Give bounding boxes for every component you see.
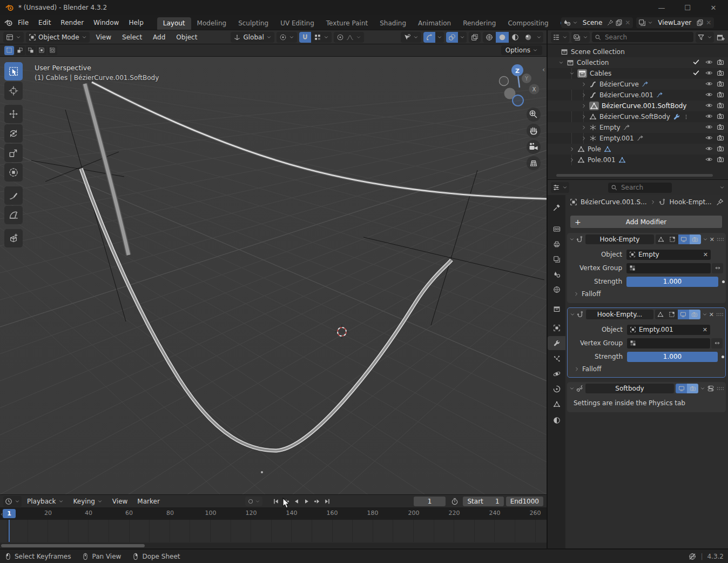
modifier-extras-button[interactable]	[703, 237, 708, 242]
outliner-editor-type-button[interactable]	[551, 32, 569, 43]
properties-search-input[interactable]	[608, 183, 672, 193]
edit-mode-toggle[interactable]	[656, 234, 667, 244]
copy-view-layer-icon[interactable]	[696, 19, 704, 26]
vertex-group-field[interactable]	[626, 263, 711, 273]
outliner-display-mode-button[interactable]	[571, 32, 590, 43]
render-visibility-toggle[interactable]	[717, 112, 724, 122]
stopwatch-icon[interactable]	[451, 498, 459, 505]
hide-eye-toggle[interactable]	[705, 91, 713, 100]
on-cage-toggle[interactable]	[666, 310, 678, 319]
outliner-row-pole-001[interactable]: Pole.001	[548, 155, 728, 165]
clear-object-icon[interactable]: ✕	[703, 326, 707, 333]
auto-keying-toggle[interactable]	[247, 498, 254, 505]
invert-vertex-group-button[interactable]	[712, 263, 723, 273]
camera-view-button[interactable]	[527, 140, 541, 154]
tab-physics[interactable]	[548, 367, 565, 381]
tool-rotate[interactable]	[4, 124, 23, 143]
tool-add-cube[interactable]	[4, 229, 23, 247]
hide-eye-toggle[interactable]	[705, 102, 713, 111]
drag-handle-icon[interactable]	[716, 385, 724, 392]
outliner-row-beziercurve-001-softbody[interactable]: BézierCurve.001.SoftBody	[548, 100, 728, 111]
hook-object-field[interactable]: Empty.001 ✕	[627, 325, 710, 335]
pin-icon[interactable]	[716, 198, 724, 206]
overlays-options-button[interactable]	[458, 32, 467, 43]
shading-material-button[interactable]	[509, 32, 522, 43]
tab-uv-editing[interactable]: UV Editing	[274, 17, 320, 30]
render-visibility-toggle[interactable]	[717, 145, 724, 154]
modifier-delete-button[interactable]: ✕	[710, 236, 714, 243]
frame-start-field[interactable]: Start 1	[463, 497, 503, 506]
timeline-scrollbar-thumb[interactable]	[1, 544, 145, 547]
tab-modifiers[interactable]	[548, 336, 565, 350]
shading-rendered-button[interactable]	[522, 32, 535, 43]
modifier-extras-button[interactable]	[702, 312, 707, 317]
snap-toggle[interactable]	[299, 32, 311, 43]
animate-dot[interactable]	[722, 280, 725, 283]
menu-view[interactable]: View	[92, 32, 116, 43]
sidebar-collapse-arrow[interactable]: ‹	[542, 65, 545, 73]
physics-properties-button[interactable]	[707, 385, 714, 392]
timeline-ruler[interactable]: 20 40 60 80 100 120 140 160 180 200 220 …	[0, 507, 547, 520]
drag-handle-icon[interactable]	[716, 311, 723, 318]
playhead-line[interactable]	[9, 520, 10, 542]
hide-eye-toggle[interactable]	[705, 156, 713, 165]
tab-render[interactable]	[548, 222, 565, 236]
xray-toggle[interactable]	[469, 32, 481, 43]
tab-particles[interactable]	[548, 352, 565, 366]
vertex-group-field[interactable]	[627, 338, 710, 348]
play-button[interactable]	[302, 497, 312, 506]
modifier-delete-button[interactable]: ✕	[709, 311, 714, 318]
proportional-edit-button[interactable]	[334, 32, 364, 43]
menu-select[interactable]: Select	[118, 32, 146, 43]
orthographic-toggle-button[interactable]	[527, 156, 541, 170]
menu-edit[interactable]: Edit	[33, 17, 56, 29]
frame-end-field[interactable]: End 1000	[506, 497, 543, 506]
tab-material[interactable]	[548, 413, 565, 427]
jump-to-end-button[interactable]	[322, 497, 333, 506]
minimize-button[interactable]: —	[652, 4, 671, 12]
zoom-button[interactable]	[527, 108, 541, 122]
play-reverse-button[interactable]	[292, 497, 302, 506]
tab-collection[interactable]	[548, 302, 565, 316]
modifier-name-field[interactable]: Softbody	[585, 384, 674, 393]
invert-vertex-group-button[interactable]	[711, 338, 723, 348]
collapse-icon[interactable]	[569, 237, 575, 242]
animate-dot[interactable]	[722, 356, 724, 358]
falloff-section-header[interactable]: Falloff	[574, 365, 601, 373]
editor-type-button[interactable]	[3, 32, 24, 43]
tool-move[interactable]	[4, 105, 23, 123]
render-display-toggle[interactable]	[687, 384, 698, 393]
show-overlays-toggle[interactable]	[446, 32, 458, 43]
mode-selector[interactable]: Object Mode	[26, 32, 90, 43]
expand-icon[interactable]	[581, 136, 587, 141]
menu-marker[interactable]: Marker	[133, 496, 164, 507]
tab-geometry-nodes[interactable]: Geometry No	[555, 17, 561, 30]
tool-transform[interactable]	[4, 163, 23, 182]
outliner-row-empty-001[interactable]: Empty.001	[548, 133, 728, 144]
render-visibility-toggle[interactable]	[717, 80, 724, 89]
gizmo-options-button[interactable]	[435, 32, 444, 43]
render-visibility-toggle[interactable]	[717, 102, 724, 111]
expand-icon[interactable]	[581, 103, 587, 109]
outliner-row-pole[interactable]: Pole	[548, 144, 728, 155]
breadcrumb-modifier[interactable]: Hook-Empt...	[670, 198, 712, 206]
menu-object[interactable]: Object	[172, 32, 201, 43]
tab-layout[interactable]: Layout	[157, 17, 191, 30]
hide-eye-toggle[interactable]	[705, 58, 713, 68]
close-button[interactable]: ✕	[704, 4, 723, 12]
menu-file[interactable]: File	[13, 17, 33, 29]
render-visibility-toggle[interactable]	[717, 123, 724, 132]
breadcrumb-object[interactable]: BézierCurve.001.S...	[581, 198, 647, 206]
hide-eye-toggle[interactable]	[705, 69, 713, 78]
gizmo-axis-neg-x[interactable]	[500, 77, 509, 86]
modifier-extras-button[interactable]	[700, 386, 705, 391]
render-visibility-toggle[interactable]	[717, 69, 724, 78]
select-mode-intersect-button[interactable]	[48, 46, 57, 55]
tab-shading[interactable]: Shading	[374, 17, 412, 30]
exclude-checkbox[interactable]	[692, 69, 700, 78]
app-menu-icon[interactable]	[4, 18, 13, 27]
shading-options-button[interactable]	[535, 32, 543, 43]
collapse-icon[interactable]	[569, 71, 575, 76]
outliner-search-input[interactable]	[592, 32, 693, 42]
hook-object-field[interactable]: Empty ✕	[626, 250, 711, 260]
